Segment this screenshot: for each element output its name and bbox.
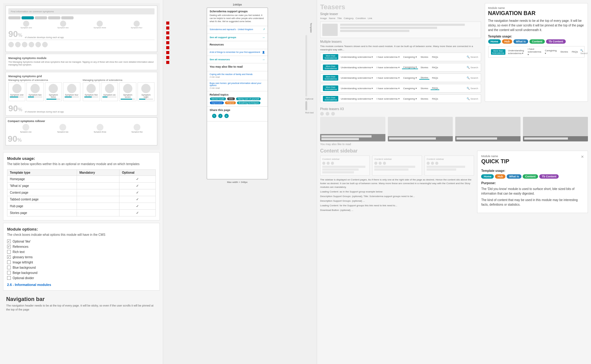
share-title: Share this page (210, 109, 265, 112)
tag-row (8, 16, 155, 19)
nav-link-active[interactable]: FAQs (431, 87, 439, 90)
checkbox-divider[interactable]: Optional divider (7, 276, 156, 280)
checkbox-blue-bg[interactable]: Blue background (7, 266, 156, 269)
wire-line (427, 166, 465, 168)
you-may-read-label: You may also like to read (320, 143, 588, 146)
module-options-title: Module options: (7, 227, 156, 231)
symptom-bar (65, 97, 78, 97)
checkbox-like[interactable]: Optional 'like' (7, 239, 156, 243)
list-link[interactable]: A list of things to remember for your fi… (210, 51, 261, 53)
nav-search[interactable]: 🔍 Search (467, 66, 478, 69)
nav-link[interactable]: Stories (419, 56, 429, 58)
nav-link-panel[interactable]: Understanding scleroderma ▾ (507, 49, 525, 55)
scroll-indicator (305, 35, 307, 97)
nav-link[interactable]: I have scleroderma ▾ (376, 66, 401, 69)
nav-link-panel[interactable]: FAQs (570, 50, 579, 53)
see-all-label[interactable]: See all support groups (210, 36, 236, 39)
nav-link[interactable]: FAQs (431, 97, 439, 100)
nav-search[interactable]: 🔍 Search (467, 56, 478, 58)
nav-search[interactable]: 🔍 Search (467, 97, 478, 100)
managing-symptoms-grid: Managing symptoms grid Managing symptoms… (6, 72, 157, 116)
nav-link[interactable]: Understanding scleroderma ▾ (340, 97, 374, 100)
nav-link[interactable]: I have scleroderma ▾ (376, 97, 401, 100)
symptom-grid-title: Managing symptoms grid (8, 75, 155, 78)
nav-search[interactable]: 🔍 Search (467, 77, 478, 79)
checkbox-beige-bg[interactable]: Beige background (7, 271, 156, 275)
symptom-bar (84, 97, 98, 97)
sc-icon (60, 21, 66, 27)
checkbox-rich-text[interactable]: Rich text (7, 250, 156, 254)
tag-breathing[interactable]: Breathing techniques (237, 101, 260, 104)
nav-link[interactable]: Understanding scleroderma ▾ (340, 87, 374, 90)
tag-mental-health[interactable]: Mental health (210, 97, 226, 100)
article-2-title[interactable]: Bupa care homes: get practical informati… (210, 82, 265, 86)
checkbox-icon[interactable] (7, 255, 11, 259)
checkbox-icon[interactable] (7, 250, 11, 254)
nav-link[interactable]: Understanding scleroderma ▾ (340, 66, 374, 69)
nav-logo: More than Scleroderma (323, 54, 338, 60)
tag-wills[interactable]: Wills (227, 97, 235, 100)
checkbox-references[interactable]: References (7, 245, 156, 248)
nav-link-active[interactable]: Stories (419, 76, 429, 80)
checkbox-icon[interactable] (7, 245, 11, 248)
checkbox-icon[interactable] (7, 266, 11, 269)
informational-link[interactable]: 2.6 - Informational modules (7, 283, 156, 287)
nav-link[interactable]: I have scleroderma ▾ (376, 77, 401, 79)
nav-link[interactable]: Caregiving ▾ (402, 56, 418, 58)
tag-finance[interactable]: Finance (225, 101, 236, 104)
linkedin-icon[interactable]: in (224, 114, 229, 118)
mobile-list-item: A list of things to remember for your fi… (207, 49, 267, 56)
teasers-title: Teasers (320, 3, 481, 11)
nav-logo: More than Scleroderma (323, 65, 338, 70)
quick-tip-panel: Module name QUICK TIP ✕ Template usage: … (477, 151, 588, 213)
sidebar-block-1: Content sidebar (320, 156, 370, 176)
nav-dot-red (166, 41, 169, 44)
checkbox-label: Beige background (13, 271, 38, 275)
content-sidebar-wrapper: Content sidebar Content sidebar (320, 148, 474, 213)
nav-link[interactable]: FAQs (431, 77, 439, 79)
tag-taking-care[interactable]: Taking care of yourself (236, 97, 261, 100)
module-usage-section: Module usage: The table below specifies … (3, 152, 160, 220)
close-icon[interactable]: ✕ (581, 155, 584, 159)
checkbox-glossary[interactable]: glossary terms (7, 255, 156, 259)
nav-link[interactable]: FAQs (431, 56, 439, 58)
arrow-icon-2: → (262, 58, 265, 61)
tag-depression[interactable]: Depression (210, 101, 224, 104)
facebook-icon[interactable]: f (218, 114, 223, 118)
nav-link-active[interactable]: Caregiving ▾ (402, 66, 418, 69)
checkbox-icon[interactable] (7, 239, 11, 243)
nav-link[interactable]: FAQs (431, 66, 439, 69)
cr-icon (22, 124, 29, 131)
nav-link[interactable]: Caregiving ▾ (402, 87, 418, 90)
checkbox-icon[interactable] (7, 276, 11, 280)
nav-link[interactable]: I have scleroderma ▾ (376, 87, 401, 90)
raynaud-link[interactable]: Scleroderma and raynaud's - United Kingd… (210, 28, 265, 31)
nav-link[interactable]: Understanding scleroderma ▾ (340, 77, 374, 79)
nav-link[interactable]: Stories (419, 66, 429, 69)
nav-link-panel[interactable]: I have scleroderma ▾ (526, 48, 542, 56)
nav-link-panel[interactable]: Stories (559, 50, 569, 53)
mobile-resources: Resources (207, 41, 267, 49)
nav-link[interactable]: I have scleroderma ▾ (376, 56, 401, 58)
nav-search[interactable]: 🔍 Search (467, 87, 478, 90)
circle (326, 112, 329, 116)
checkbox-icon[interactable] (7, 271, 11, 275)
nav-link-panel[interactable]: Caregiving ▾ (544, 49, 558, 55)
nav-logo: More than Scleroderma (323, 75, 338, 81)
nav-search-panel[interactable]: 🔍 Search (580, 49, 588, 55)
article-1-title[interactable]: Coping with the reaction of family and f… (210, 73, 265, 75)
see-all-resources-label[interactable]: See all resources (210, 58, 230, 61)
symptom-icon (30, 84, 40, 93)
left-column: Find information on common symptoms Symp… (0, 0, 163, 364)
twitter-icon[interactable]: 𝕏 (212, 114, 216, 118)
nav-link[interactable]: Stories (419, 97, 429, 100)
mobile-see-all: See all support groups → (207, 34, 267, 41)
checkbox-icon[interactable] (7, 260, 11, 264)
nav-link[interactable]: Caregiving ▾ (402, 77, 418, 79)
nav-link[interactable]: Understanding scleroderma ▾ (340, 56, 374, 58)
nav-link[interactable]: Caregiving ▾ (402, 97, 418, 100)
checkbox-image-lr[interactable]: Image left/right (7, 260, 156, 264)
nav-link[interactable]: Stories (419, 87, 429, 90)
symptom-icon (123, 84, 132, 93)
checkbox-label: glossary terms (13, 255, 33, 259)
